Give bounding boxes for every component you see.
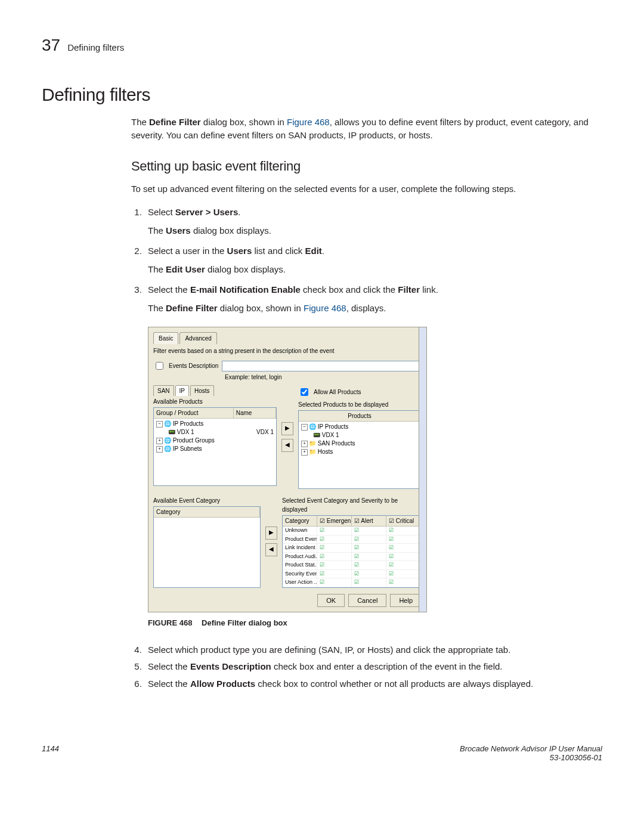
step-5: Select the Events Description check box … (144, 660, 602, 674)
tab-advanced[interactable]: Advanced (179, 332, 216, 344)
severity-row: Security Event (283, 570, 421, 579)
help-button[interactable]: Help (390, 594, 422, 608)
dialog-tabs: Basic Advanced (153, 332, 422, 344)
footer-page-number: 1144 (42, 744, 59, 762)
selected-category-label: Selected Event Category and Severity to … (282, 495, 422, 515)
step-3: Select the E-mail Notification Enable ch… (144, 283, 602, 629)
footer-manual-title: Brocade Network Advisor IP User Manual (460, 744, 602, 753)
chapter-number: 37 (42, 36, 60, 55)
selected-products-label: Selected Products to be displayed (298, 399, 422, 410)
ok-button[interactable]: OK (317, 594, 345, 608)
available-category-list[interactable]: Category (153, 506, 261, 588)
severity-row: Link Incident ... (283, 544, 421, 553)
figure-link[interactable]: Figure 468 (304, 303, 346, 313)
step-4: Select which product type you are defini… (144, 643, 602, 657)
product-move-arrows: ▶ ◀ (280, 385, 295, 489)
subtab-san[interactable]: SAN (153, 385, 174, 396)
move-right-button[interactable]: ▶ (281, 422, 293, 435)
severity-row: Product Stat... (283, 561, 421, 570)
intro-paragraph: The Define Filter dialog box, shown in F… (131, 116, 602, 142)
severity-table[interactable]: Category ☑ Emergen... ☑ Alert ☑ Critical… (282, 515, 422, 588)
figure-caption: FIGURE 468 Define Filter dialog box (148, 617, 602, 629)
footer-doc-number: 53-1003056-01 (460, 753, 602, 762)
steps-list: Select Server > Users. The Users dialog … (131, 206, 602, 690)
subtab-hosts[interactable]: Hosts (190, 385, 214, 396)
page-header: 37 Defining filters (42, 36, 602, 55)
category-move-arrows: ▶ ◀ (264, 495, 278, 588)
move-right-button[interactable]: ▶ (265, 527, 277, 540)
section-intro: To set up advanced event filtering on th… (131, 182, 602, 196)
chapter-label: Defining filters (67, 42, 124, 52)
dialog-note: Filter events based on a string present … (153, 346, 422, 355)
figure-link[interactable]: Figure 468 (287, 117, 330, 127)
tab-basic[interactable]: Basic (153, 332, 178, 344)
events-description-input[interactable] (222, 361, 422, 371)
cancel-button[interactable]: Cancel (348, 594, 386, 608)
step-1: Select Server > Users. The Users dialog … (144, 206, 602, 237)
page-footer: 1144 Brocade Network Advisor IP User Man… (42, 744, 602, 762)
events-description-label: Events Description (169, 361, 218, 370)
define-filter-dialog: Basic Advanced Filter events based on a … (148, 327, 427, 612)
available-products-label: Available Products (153, 396, 277, 407)
severity-row: User Action ... (283, 578, 421, 587)
step-2: Select a user in the Users list and clic… (144, 244, 602, 276)
step-6: Select the Allow Products check box to c… (144, 677, 602, 691)
events-description-checkbox[interactable] (156, 362, 163, 370)
move-left-button[interactable]: ◀ (281, 439, 293, 452)
scrollbar[interactable] (419, 327, 426, 612)
subtab-ip[interactable]: IP (175, 385, 189, 396)
severity-row: Product Event (283, 535, 421, 544)
example-label: Example: telnet, login (225, 373, 282, 382)
available-products-list[interactable]: Group / Product Name −🌐 IP Products 📟 VD… (153, 407, 277, 486)
selected-products-list[interactable]: Products −🌐 IP Products 📟 VDX 1 +📁 SAN P… (298, 410, 422, 489)
available-category-label: Available Event Category (153, 495, 261, 506)
severity-row: Unknown (283, 527, 421, 535)
page-title: Defining filters (42, 85, 602, 105)
allow-all-products-checkbox[interactable] (301, 388, 308, 396)
section-title: Setting up basic event filtering (131, 159, 602, 174)
move-left-button[interactable]: ◀ (265, 543, 277, 556)
allow-all-products-label: Allow All Products (314, 388, 361, 397)
severity-row: Product Audi... (283, 553, 421, 562)
